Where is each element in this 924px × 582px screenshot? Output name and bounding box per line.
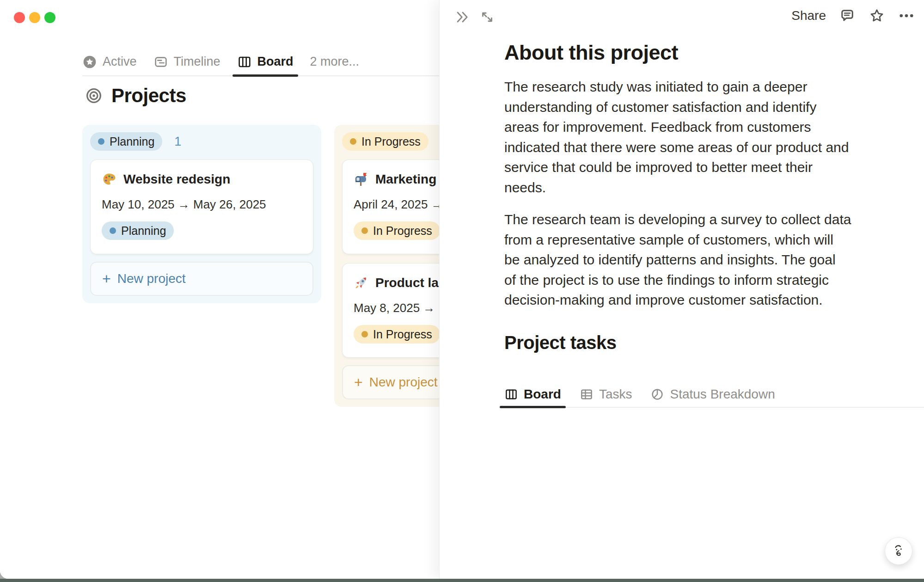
more-options-icon[interactable] bbox=[898, 7, 915, 24]
text-line: The research team is developing a survey… bbox=[504, 209, 879, 230]
text-line: areas for improvement. Feedback from cus… bbox=[504, 117, 879, 137]
table-icon bbox=[580, 387, 594, 401]
text-line: decision-making and improve customer sat… bbox=[504, 290, 879, 310]
rocket-emoji-icon bbox=[354, 276, 368, 290]
star-badge-icon bbox=[82, 55, 97, 69]
page-title-text: Projects bbox=[111, 85, 186, 107]
board-icon bbox=[237, 55, 252, 69]
project-card-title: Product lau bbox=[375, 276, 447, 290]
view-tab-label: Timeline bbox=[174, 55, 220, 69]
column-planning: Planning 1 Website redesign May 10, 2025… bbox=[82, 125, 321, 303]
database-view-tabs: Active Timeline Board 2 more... bbox=[82, 48, 439, 76]
about-heading: About this project bbox=[504, 41, 879, 65]
plus-icon: + bbox=[354, 375, 363, 390]
status-pill[interactable]: Planning bbox=[90, 132, 162, 151]
project-card[interactable]: Website redesign May 10, 2025 → May 26, … bbox=[90, 159, 313, 254]
project-card-title: Marketing c bbox=[375, 172, 447, 187]
peek-toolbar-left bbox=[454, 9, 495, 25]
tasks-tab-table[interactable]: Tasks bbox=[580, 382, 632, 407]
tasks-tab-label: Status Breakdown bbox=[670, 387, 775, 402]
plus-icon: + bbox=[102, 271, 111, 286]
about-paragraph-2: The research team is developing a survey… bbox=[504, 209, 879, 310]
notion-window: Active Timeline Board 2 more... Projects bbox=[0, 0, 924, 579]
status-dot-icon bbox=[361, 331, 368, 337]
text-line: indicated that there were some areas of … bbox=[504, 137, 879, 158]
text-line: The research study was initiated to gain… bbox=[504, 77, 879, 97]
new-project-button[interactable]: + New project bbox=[90, 262, 313, 296]
tasks-tab-label: Board bbox=[524, 387, 561, 402]
window-controls bbox=[14, 12, 55, 23]
zoom-button[interactable] bbox=[44, 12, 55, 23]
about-paragraph-1: The research study was initiated to gain… bbox=[504, 77, 879, 197]
ai-face-icon bbox=[890, 542, 907, 560]
status-pill[interactable]: In Progress bbox=[354, 325, 440, 343]
pie-chart-icon bbox=[650, 387, 664, 401]
tasks-tab-label: Tasks bbox=[599, 387, 632, 402]
palette-emoji-icon bbox=[102, 172, 116, 187]
project-card-status: Planning bbox=[102, 221, 302, 240]
project-card-title: Website redesign bbox=[123, 172, 230, 187]
close-button[interactable] bbox=[14, 12, 25, 23]
column-header: Planning 1 bbox=[90, 132, 313, 151]
status-pill[interactable]: In Progress bbox=[342, 132, 428, 151]
text-line: be analyzed to identify patterns and ins… bbox=[504, 250, 879, 270]
status-pill[interactable]: In Progress bbox=[354, 221, 440, 240]
page-title: Projects bbox=[85, 85, 186, 107]
expand-page-icon[interactable] bbox=[479, 9, 495, 25]
status-dot-icon bbox=[98, 138, 104, 145]
column-count: 1 bbox=[174, 135, 181, 149]
text-line: understanding of customer satisfaction a… bbox=[504, 97, 879, 117]
text-line: service that could be improved to better… bbox=[504, 157, 879, 178]
view-tab-board[interactable]: Board bbox=[237, 48, 294, 75]
project-card-dates: May 10, 2025 → May 26, 2025 bbox=[102, 197, 302, 212]
board-icon bbox=[504, 387, 518, 401]
status-dot-icon bbox=[110, 227, 116, 234]
text-line: of the project is to use the findings to… bbox=[504, 270, 879, 290]
notion-ai-button[interactable] bbox=[885, 537, 912, 565]
view-tab-timeline[interactable]: Timeline bbox=[153, 48, 220, 75]
view-tab-active[interactable]: Active bbox=[82, 48, 137, 75]
mailbox-emoji-icon bbox=[354, 172, 368, 187]
new-project-label: New project bbox=[117, 271, 186, 286]
status-pill-label: In Progress bbox=[373, 328, 432, 341]
side-peek-panel: Share About this project The research st… bbox=[439, 0, 924, 579]
status-pill-label: In Progress bbox=[373, 224, 432, 238]
view-tab-label: Active bbox=[103, 55, 137, 69]
timeline-icon bbox=[153, 55, 168, 69]
peek-document: About this project The research study wa… bbox=[504, 0, 879, 353]
tasks-tab-status-breakdown[interactable]: Status Breakdown bbox=[650, 382, 775, 407]
status-pill-label: Planning bbox=[110, 135, 154, 148]
view-tab-label: 2 more... bbox=[310, 55, 360, 69]
project-card-title-row: Website redesign bbox=[102, 172, 302, 187]
status-pill[interactable]: Planning bbox=[102, 221, 174, 240]
new-project-label: New project bbox=[369, 375, 438, 390]
status-pill-label: Planning bbox=[121, 224, 166, 238]
main-page-pane: Active Timeline Board 2 more... Projects bbox=[0, 0, 439, 579]
status-dot-icon bbox=[361, 227, 368, 234]
view-tab-more[interactable]: 2 more... bbox=[310, 48, 360, 75]
target-icon bbox=[85, 86, 103, 105]
view-tab-label: Board bbox=[257, 55, 294, 69]
close-peek-chevrons-icon[interactable] bbox=[454, 9, 470, 25]
status-pill-label: In Progress bbox=[361, 135, 421, 148]
desktop-bottom-edge bbox=[0, 579, 924, 582]
text-line: from a representative sample of customer… bbox=[504, 230, 879, 250]
tasks-view-tabs: Board Tasks Status Breakdown bbox=[504, 382, 924, 408]
project-tasks-heading: Project tasks bbox=[504, 332, 879, 353]
text-line: needs. bbox=[504, 178, 879, 198]
minimize-button[interactable] bbox=[29, 12, 40, 23]
tasks-tab-board[interactable]: Board bbox=[504, 382, 561, 407]
status-dot-icon bbox=[350, 138, 356, 145]
